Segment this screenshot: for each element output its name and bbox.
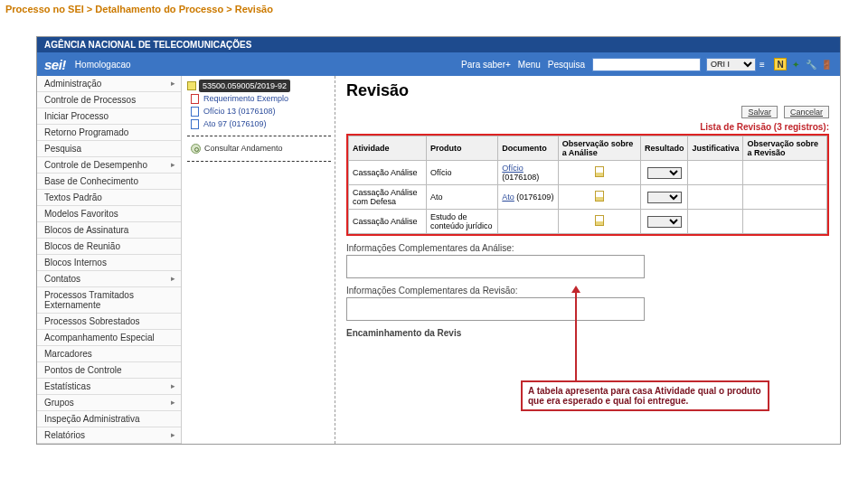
resultado-select[interactable] xyxy=(647,192,682,203)
agency-title: AGÊNCIA NACIONAL DE TELECOMUNICAÇÕES xyxy=(37,37,840,52)
menu-item-1[interactable]: Controle de Processos xyxy=(37,92,181,108)
cell: Ato xyxy=(426,185,497,210)
cell xyxy=(688,185,743,210)
section-encaminhamento: Encaminhamento da Revis xyxy=(346,328,829,338)
doc-link[interactable]: Ofício xyxy=(502,164,524,173)
cell xyxy=(640,185,688,210)
tree-doc-2[interactable]: Ato 97 (0176109) xyxy=(187,117,331,130)
menu-item-0[interactable]: Administração▸ xyxy=(37,76,181,92)
revision-table-highlight: AtividadeProdutoDocumentoObservação sobr… xyxy=(346,134,829,236)
menu-item-19[interactable]: Grupos▸ xyxy=(37,395,181,411)
col-5: Justificativa xyxy=(688,136,743,161)
note-icon[interactable] xyxy=(595,166,604,177)
bookmark-icon[interactable]: ✦ xyxy=(789,58,802,70)
clock-icon xyxy=(191,144,201,154)
main-content: Revisão Salvar Cancelar Lista de Revisão… xyxy=(335,76,840,444)
cell xyxy=(743,210,827,234)
table-row: Cassação AnáliseEstudo de conteúdo juríd… xyxy=(349,210,827,234)
comp-revisao-textarea[interactable] xyxy=(346,297,645,321)
parasaber-link[interactable]: Para saber+ xyxy=(461,60,511,70)
exit-icon[interactable]: 🚪 xyxy=(820,58,833,70)
env-label: Homologacao xyxy=(75,60,131,70)
unit-select[interactable]: ORI I xyxy=(706,58,756,71)
menu-item-7[interactable]: Textos Padrão xyxy=(37,190,181,206)
cell: Ofício xyxy=(426,161,497,185)
cell: Cassação Análise xyxy=(349,161,427,185)
document-icon xyxy=(191,107,199,117)
resultado-select[interactable] xyxy=(647,167,682,179)
menu-item-16[interactable]: Marcadores xyxy=(37,346,181,362)
menu-item-5[interactable]: Controle de Desempenho▸ xyxy=(37,157,181,174)
chevron-right-icon: ▸ xyxy=(171,160,175,169)
callout-arrowhead xyxy=(571,286,580,293)
comp-analise-textarea[interactable] xyxy=(346,255,645,278)
menu-item-2[interactable]: Iniciar Processo xyxy=(37,108,181,125)
menu-link[interactable]: Menu xyxy=(518,60,541,70)
cell xyxy=(640,210,688,234)
menu-item-9[interactable]: Blocos de Assinatura xyxy=(37,222,181,239)
cell: Cassação Análise com Defesa xyxy=(349,185,427,210)
col-1: Produto xyxy=(426,136,497,161)
menu-item-20[interactable]: Inspeção Administrativa xyxy=(37,411,181,427)
cell xyxy=(688,161,743,185)
menu-item-13[interactable]: Processos Tramitados Externamente xyxy=(37,287,181,314)
menu-item-14[interactable]: Processos Sobrestados xyxy=(37,314,181,330)
menu-item-4[interactable]: Pesquisa xyxy=(37,141,181,157)
cell xyxy=(743,185,827,210)
app-window: AGÊNCIA NACIONAL DE TELECOMUNICAÇÕES sei… xyxy=(36,36,841,445)
resultado-select[interactable] xyxy=(647,216,682,228)
salvar-button[interactable]: Salvar xyxy=(741,106,778,118)
expand-icon[interactable]: ≡ xyxy=(756,58,769,70)
tree-doc-0[interactable]: Requerimento Exemplo xyxy=(187,92,331,105)
menu-item-6[interactable]: Base de Conhecimento xyxy=(37,174,181,190)
callout-box: A tabela apresenta para casa Atividade q… xyxy=(521,380,769,411)
menu-item-18[interactable]: Estatísticas▸ xyxy=(37,379,181,395)
note-icon[interactable] xyxy=(595,215,604,226)
pesquisa-label: Pesquisa xyxy=(548,60,585,70)
menu-item-3[interactable]: Retorno Programado xyxy=(37,125,181,141)
menu-item-17[interactable]: Pontos de Controle xyxy=(37,362,181,379)
menu-item-12[interactable]: Contatos▸ xyxy=(37,271,181,287)
col-6: Observação sobre a Revisão xyxy=(743,136,827,161)
folder-icon xyxy=(187,81,196,90)
cancelar-button[interactable]: Cancelar xyxy=(784,106,829,118)
menu-item-8[interactable]: Modelos Favoritos xyxy=(37,206,181,222)
col-2: Documento xyxy=(498,136,558,161)
document-icon xyxy=(191,94,199,104)
cell xyxy=(640,161,688,185)
left-menu: Administração▸Controle de ProcessosInici… xyxy=(37,76,182,444)
col-4: Resultado xyxy=(640,136,688,161)
consultar-andamento[interactable]: Consultar Andamento xyxy=(187,142,331,155)
breadcrumb: Processo no SEI > Detalhamento do Proces… xyxy=(0,0,868,18)
search-input[interactable] xyxy=(592,58,701,71)
wrench-icon[interactable]: 🔧 xyxy=(805,58,817,70)
tree-panel: 53500.059005/2019-92 Requerimento Exempl… xyxy=(182,76,335,444)
header-bar: sei! Homologacao Para saber+ Menu Pesqui… xyxy=(37,52,840,76)
menu-item-11[interactable]: Blocos Internos xyxy=(37,255,181,271)
cell xyxy=(558,161,640,185)
note-icon[interactable] xyxy=(595,191,604,202)
tree-root[interactable]: 53500.059005/2019-92 xyxy=(187,80,331,92)
cell xyxy=(558,210,640,234)
revision-table: AtividadeProdutoDocumentoObservação sobr… xyxy=(348,136,827,234)
cell: Cassação Análise xyxy=(349,210,427,234)
chevron-right-icon: ▸ xyxy=(171,381,175,390)
cell xyxy=(743,161,827,185)
menu-item-21[interactable]: Relatórios▸ xyxy=(37,427,181,444)
menu-item-10[interactable]: Blocos de Reunião xyxy=(37,239,181,255)
doc-link[interactable]: Ato xyxy=(502,192,514,202)
document-icon xyxy=(191,119,199,129)
logo: sei! xyxy=(44,57,66,72)
menu-item-15[interactable]: Acompanhamento Especial xyxy=(37,330,181,346)
cell xyxy=(558,185,640,210)
notification-icon[interactable]: N xyxy=(774,58,787,70)
chevron-right-icon: ▸ xyxy=(171,79,175,88)
record-count: Lista de Revisão (3 registros): xyxy=(346,122,829,132)
tree-doc-1[interactable]: Ofício 13 (0176108) xyxy=(187,105,331,117)
cell: Ato (0176109) xyxy=(498,185,558,210)
chevron-right-icon: ▸ xyxy=(171,430,175,439)
chevron-right-icon: ▸ xyxy=(171,398,175,407)
section-comp-revisao: Informações Complementares da Revisão: xyxy=(346,286,829,296)
col-0: Atividade xyxy=(349,136,427,161)
callout-arrow xyxy=(575,291,577,395)
